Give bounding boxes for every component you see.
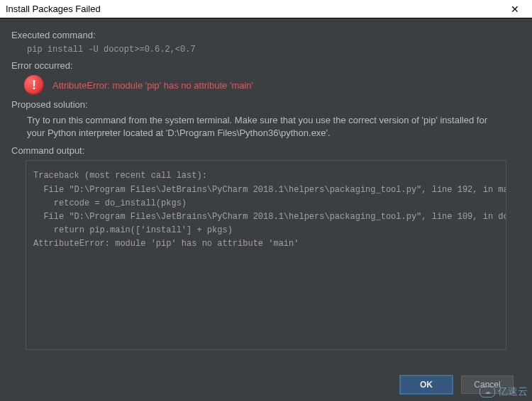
window-title: Install Packages Failed: [6, 4, 101, 14]
proposed-solution-text: Try to run this command from the system …: [27, 114, 499, 140]
executed-command-label: Executed command:: [11, 30, 521, 40]
proposed-solution-label: Proposed solution:: [11, 99, 521, 110]
dialog-content: Executed command: pip install -U docopt>…: [0, 18, 532, 367]
error-message: AttributeError: module 'pip' has no attr…: [52, 80, 253, 91]
error-icon: !: [24, 75, 44, 95]
close-button[interactable]: ✕: [501, 1, 529, 18]
close-icon: ✕: [511, 4, 519, 15]
executed-command-text: pip install -U docopt>=0.6.2,<0.7: [27, 45, 521, 55]
button-row: OK Cancel: [400, 375, 514, 394]
error-occurred-label: Error occurred:: [11, 60, 521, 71]
command-output-box[interactable]: Traceback (most recent call last): File …: [26, 160, 506, 350]
error-row: ! AttributeError: module 'pip' has no at…: [24, 75, 521, 95]
command-output-label: Command output:: [11, 145, 521, 156]
ok-button[interactable]: OK: [400, 375, 453, 394]
titlebar: Install Packages Failed ✕: [0, 0, 532, 18]
cancel-button[interactable]: Cancel: [461, 375, 514, 394]
